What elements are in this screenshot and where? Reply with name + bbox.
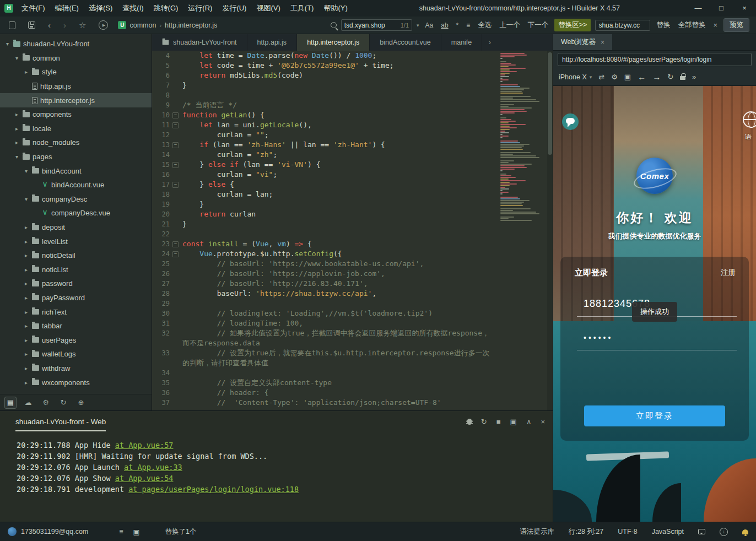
- menu-item[interactable]: 文件(F): [17, 0, 50, 17]
- browser-back-icon[interactable]: ←: [638, 72, 646, 82]
- expand-arrow-icon[interactable]: ▸: [23, 252, 29, 258]
- tree-item-components[interactable]: ▸components: [0, 107, 152, 122]
- tab-overflow-icon[interactable]: ›: [489, 39, 491, 46]
- tab-manife[interactable]: manife: [441, 34, 483, 51]
- web-icon[interactable]: ⊕: [75, 397, 87, 409]
- tree-item-bindAccount.vue[interactable]: VbindAccount.vue: [0, 178, 152, 192]
- sync-icon[interactable]: ↻: [57, 397, 69, 409]
- tasks-icon[interactable]: ▣: [133, 528, 140, 536]
- tab-web-browser[interactable]: Web浏览器 ×: [553, 34, 612, 50]
- menu-item[interactable]: 查找(I): [117, 0, 148, 17]
- minimize-button[interactable]: —: [687, 0, 710, 17]
- tree-item-common[interactable]: ▾common: [0, 51, 152, 66]
- tree-item-locale[interactable]: ▸locale: [0, 122, 152, 136]
- tree-item-wxcomponents[interactable]: ▸wxcomponents: [0, 375, 152, 389]
- expand-arrow-icon[interactable]: ▸: [23, 280, 29, 286]
- expand-arrow-icon[interactable]: ▸: [23, 380, 29, 386]
- fold-marker-icon[interactable]: [171, 140, 179, 150]
- expand-arrow-icon[interactable]: ▸: [23, 224, 29, 230]
- menu-item[interactable]: 选择(S): [84, 0, 117, 17]
- preview-button[interactable]: 预览: [723, 18, 749, 32]
- menu-item[interactable]: 工具(T): [285, 0, 319, 17]
- register-link[interactable]: 注册: [721, 268, 736, 278]
- find-previous-button[interactable]: 上一个: [498, 19, 522, 31]
- fold-marker-icon[interactable]: [171, 160, 179, 170]
- explorer-icon[interactable]: ▤: [4, 397, 17, 409]
- save-button[interactable]: [28, 21, 35, 29]
- feedback-icon[interactable]: [698, 529, 705, 534]
- tree-item-http.api.js[interactable]: http.api.js: [0, 79, 152, 94]
- language-globe-icon[interactable]: [743, 111, 756, 128]
- expand-arrow-icon[interactable]: ▸: [23, 69, 29, 75]
- update-icon[interactable]: ↓: [720, 528, 728, 536]
- export-log-icon[interactable]: ▣: [510, 418, 517, 426]
- menu-item[interactable]: 跳转(G): [149, 0, 183, 17]
- account-email[interactable]: 1735031199@qq.com: [21, 528, 88, 535]
- tree-item-deposit[interactable]: ▸deposit: [0, 220, 152, 235]
- code-editor[interactable]: 4 let time = Date.parse(new Date()) / 10…: [152, 51, 495, 410]
- syntax-lib[interactable]: 语法提示库: [520, 527, 554, 537]
- login-button[interactable]: 立即登录: [584, 405, 725, 426]
- outline-icon[interactable]: ≡: [119, 528, 123, 536]
- expand-arrow-icon[interactable]: ▸: [23, 239, 29, 245]
- search-history-caret-icon[interactable]: ▾: [417, 23, 419, 28]
- language-label[interactable]: 语: [745, 132, 752, 142]
- url-input[interactable]: [558, 53, 752, 66]
- tree-item-tabbar[interactable]: ▸tabbar: [0, 319, 152, 333]
- whole-word-toggle[interactable]: ab: [439, 21, 450, 30]
- expand-arrow-icon[interactable]: ▸: [23, 295, 29, 301]
- debug-icon[interactable]: [467, 419, 472, 425]
- settings-gear-icon[interactable]: ⚙: [611, 73, 618, 81]
- collapse-arrow-icon[interactable]: ▾: [14, 55, 20, 61]
- console-link[interactable]: at App.vue:33: [124, 463, 182, 472]
- close-panel-icon[interactable]: ×: [541, 418, 545, 426]
- more-tools-icon[interactable]: »: [692, 73, 696, 81]
- encoding[interactable]: UTF-8: [618, 528, 637, 535]
- tree-item-style[interactable]: ▸style: [0, 65, 152, 79]
- browser-refresh-icon[interactable]: ↻: [667, 73, 673, 81]
- console-tab[interactable]: shuadan-LvYou-front - Web: [15, 418, 106, 431]
- navigate-back-button[interactable]: ‹: [48, 20, 51, 30]
- console-link[interactable]: at pages/userPages/login/login.vue:118: [128, 485, 299, 494]
- breadcrumb-folder[interactable]: common: [129, 21, 156, 29]
- customer-service-icon[interactable]: [562, 113, 579, 130]
- regex-toggle[interactable]: *: [455, 21, 461, 30]
- tab-bindAccount.vue[interactable]: bindAccount.vue: [370, 34, 441, 51]
- collapse-arrow-icon[interactable]: ▾: [14, 154, 20, 160]
- match-case-toggle[interactable]: Aa: [424, 21, 435, 30]
- in-selection-toggle[interactable]: ≡: [465, 21, 472, 30]
- tree-item-walletLogs[interactable]: ▸walletLogs: [0, 347, 152, 361]
- password-input[interactable]: ••••••: [577, 333, 737, 350]
- favorite-button[interactable]: ☆: [79, 20, 86, 30]
- browser-forward-icon[interactable]: →: [652, 72, 661, 82]
- collapse-arrow-icon[interactable]: ▾: [23, 168, 29, 174]
- tree-item-companyDesc[interactable]: ▾companyDesc: [0, 192, 152, 207]
- fold-marker-icon[interactable]: [171, 249, 179, 259]
- device-selector[interactable]: iPhone X ▾: [559, 73, 592, 81]
- expand-arrow-icon[interactable]: ▸: [23, 309, 29, 315]
- tree-item-pages[interactable]: ▾pages: [0, 150, 152, 164]
- menu-item[interactable]: 帮助(Y): [318, 0, 352, 17]
- minimap[interactable]: [499, 53, 547, 408]
- close-find-button[interactable]: ×: [711, 20, 719, 30]
- expand-arrow-icon[interactable]: ▸: [23, 337, 29, 343]
- tree-item-http.interceptor.js[interactable]: http.interceptor.js: [0, 93, 152, 107]
- tree-item-withdraw[interactable]: ▸withdraw: [0, 361, 152, 376]
- tree-item-password[interactable]: ▸password: [0, 277, 152, 291]
- replace-button[interactable]: 替换: [655, 19, 672, 31]
- cloud-icon[interactable]: ☁: [22, 397, 34, 409]
- tree-item-bindAccount[interactable]: ▾bindAccount: [0, 164, 152, 178]
- expand-arrow-icon[interactable]: ▸: [23, 267, 29, 273]
- tab-shuadan-LvYou-front[interactable]: shuadan-LvYou-front: [152, 34, 247, 51]
- tree-item-noticList[interactable]: ▸noticList: [0, 263, 152, 277]
- console-link[interactable]: at App.vue:54: [115, 474, 174, 483]
- replace-zone-button[interactable]: 替换区>>: [554, 19, 591, 31]
- collapse-arrow-icon[interactable]: ▾: [4, 41, 10, 47]
- fold-marker-icon[interactable]: [171, 110, 179, 120]
- expand-arrow-icon[interactable]: ▸: [23, 351, 29, 357]
- expand-arrow-icon[interactable]: ▸: [14, 139, 20, 145]
- close-browser-tab-icon[interactable]: ×: [601, 39, 604, 46]
- editor-scrollbar[interactable]: [547, 51, 553, 410]
- close-button[interactable]: ×: [733, 0, 756, 17]
- tree-item-userPages[interactable]: ▸userPages: [0, 333, 152, 347]
